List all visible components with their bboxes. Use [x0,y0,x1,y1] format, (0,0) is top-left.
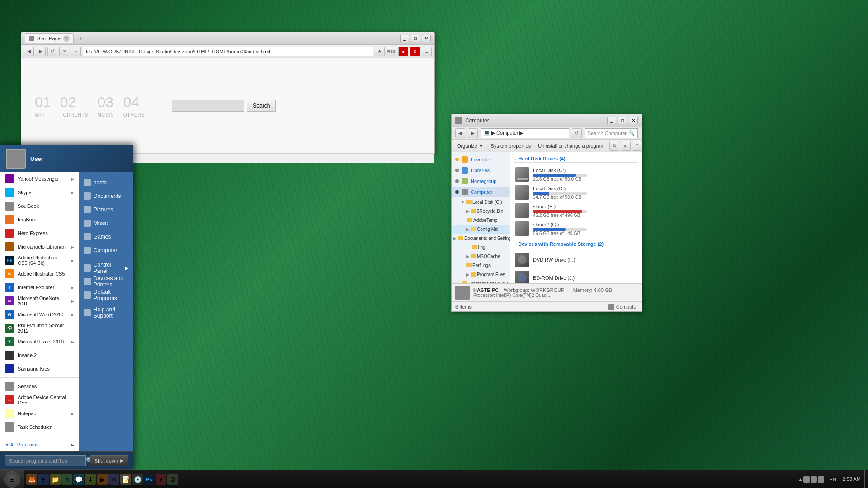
sidebar-homegroup[interactable]: Homegroup [452,176,510,187]
start-item-services[interactable]: Services [0,380,79,393]
start-right-default-programs[interactable]: Default Programs [79,288,133,302]
start-item-photoshop[interactable]: Ps Adobe Photoshop CS5 (64 Bit) ▶ [0,253,79,267]
start-item-all-programs[interactable]: ✦ All Programs ▶ [0,438,79,451]
show-desktop-button[interactable] [864,470,868,488]
bookmark-button[interactable]: ★ [375,47,385,56]
comp-maximize-button[interactable]: □ [618,117,627,124]
sf-button[interactable]: S [410,47,420,56]
start-right-control-panel[interactable]: Control Panel ▶ [79,261,133,275]
start-item-excel[interactable]: X Microsoft Excel 2010 ▶ [0,335,79,348]
comp-forward-button[interactable]: ▶ [468,128,478,138]
taskbar-disk-icon[interactable]: 💿 [132,474,143,485]
reload-button[interactable]: ↺ [47,47,57,56]
tray-expand-button[interactable]: ▲ [798,477,802,482]
start-item-word[interactable]: W Microsoft Word 2010 ▶ [0,308,79,321]
taskbar-ps-icon[interactable]: Ps [144,474,155,485]
minimize-button[interactable]: _ [400,35,409,42]
tree-perflogs[interactable]: PerfLogs [452,261,510,270]
start-item-pes[interactable]: ⚽ Pro Evolution Soccer 2012 [0,321,79,335]
tree-config-msi[interactable]: ▶ Config.Msi [452,225,510,234]
start-item-notepad[interactable]: Notepad ▶ [0,407,79,420]
start-item-adobe-device[interactable]: A Adobe Device Central CS5 [0,393,79,407]
start-item-illustrator[interactable]: Ai Adobe Illustrator CS5 [0,267,79,281]
start-right-computer[interactable]: Computer [79,244,133,257]
nav-item-others[interactable]: 04 OTHERS [123,94,145,117]
drive-item-g[interactable]: shituri2 (G:) 59.5 GB free of 149 GB [514,220,638,238]
nav-item-music[interactable]: 03 MUSIC [97,94,114,117]
taskbar-notepad-icon[interactable]: 📝 [120,474,131,485]
start-item-samsung[interactable]: Samsung Kies [0,362,79,375]
browser-search-input[interactable] [172,100,244,112]
taskbar-msn-icon[interactable]: ✉ [108,474,119,485]
start-item-ie[interactable]: e Internet Explorer ▶ [0,281,79,294]
drive-item-d[interactable]: Local Disk (D:) 34.7 GB free of 50.0 GB [514,183,638,202]
drive-item-c[interactable]: Local Disk (C:) 10.6 GB free of 50.0 GB [514,165,638,183]
tree-program-files[interactable]: ▶ Program Files [452,270,510,279]
taskbar-explorer-icon[interactable]: 📁 [50,474,61,485]
forward-button[interactable]: ▶ [36,47,46,56]
comp-refresh-button[interactable]: ↺ [572,128,582,138]
tree-adobe-temp[interactable]: AdobeTemp [452,216,510,225]
tree-msocache[interactable]: ▶ MSOCache [452,252,510,261]
tree-local-disk-c[interactable]: ▼ Local Disk (C:) [452,197,510,206]
start-item-nero[interactable]: Nero Express [0,226,79,240]
start-right-music[interactable]: Music [79,216,133,230]
start-item-insane[interactable]: Insane 2 [0,348,79,362]
drive-item-dvd[interactable]: DVD RW Drive (F:) [514,251,638,269]
start-item-microangelo[interactable]: Microangelo Librarian ▶ [0,240,79,253]
start-right-games[interactable]: Games [79,230,133,244]
maximize-button[interactable]: □ [411,35,420,42]
taskbar-extra-icon[interactable]: 🖥 [167,474,178,485]
sidebar-libraries[interactable]: Libraries [452,165,510,176]
taskbar-skype-icon[interactable]: 💬 [73,474,84,485]
tab-close-button[interactable]: ✕ [63,35,70,42]
taskbar-firefox-icon[interactable]: 🦊 [26,474,37,485]
system-properties-button[interactable]: System properties [488,142,534,150]
tree-recycle-bin[interactable]: ▶ $Recycle.Bin [452,206,510,216]
comp-back-button[interactable]: ◀ [455,128,465,138]
tray-volume-icon[interactable] [811,476,817,483]
start-item-task-scheduler[interactable]: Task Scheduler [0,420,79,434]
uninstall-button[interactable]: Uninstall or change a program [535,142,607,150]
back-button[interactable]: ◀ [24,47,34,56]
start-search-box[interactable]: Search programs and files [5,455,86,466]
organize-button[interactable]: Organize ▼ [454,142,486,150]
start-right-haste[interactable]: haste [79,176,133,189]
addon-button[interactable]: ● [398,47,408,56]
browser-search-button[interactable]: Search [247,100,276,112]
drive-item-bdrom[interactable]: BD-ROM Drive (J:) [514,269,638,283]
close-button[interactable]: ✕ [422,35,431,42]
start-right-pictures[interactable]: Pictures [79,203,133,216]
stop-button[interactable]: ✕ [59,47,69,56]
search-icon-btn[interactable]: 🔍 [86,456,90,465]
tree-log[interactable]: Log [452,243,510,252]
rss-button[interactable]: RSS [387,47,396,56]
start-right-documents[interactable]: Documents [79,189,133,203]
breadcrumb-bar[interactable]: 💻 ▶ Computer ▶ [481,128,569,138]
help-button[interactable]: ? [632,141,642,151]
taskbar-utorrent-icon[interactable]: ⬇ [85,474,96,485]
computer-search-box[interactable]: Search Computer 🔍 [585,128,638,138]
new-tab-button[interactable]: + [76,34,85,43]
comp-minimize-button[interactable]: _ [607,117,616,124]
comp-close-button[interactable]: ✕ [629,117,638,124]
address-bar[interactable]: file:///E:/WORK/_INK9 - Design Studio/De… [83,47,373,56]
start-right-devices[interactable]: Devices and Printers [79,275,133,288]
nav-item-torrents[interactable]: 02 TORRENTS [60,94,89,117]
start-item-yahoo[interactable]: Yahoo! Messenger ▶ [0,172,79,186]
sidebar-computer[interactable]: Computer [452,187,510,197]
tray-action-icon[interactable] [818,476,824,483]
start-item-onenote[interactable]: N Microsoft OneNote 2010 ▶ [0,294,79,308]
home-button[interactable]: ⌂ [71,47,81,56]
tree-program-files-x86[interactable]: ▶ Program Files (x86) [452,279,510,283]
taskbar-ie-icon[interactable]: e [38,474,49,485]
view-toggle-button[interactable]: ⊞ [621,141,631,151]
start-item-imgburn[interactable]: ImgBurn [0,213,79,226]
open-new-window-button[interactable]: ⧉ [609,141,619,151]
nav-item-art[interactable]: 01 ART [35,94,51,117]
tree-docs-settings[interactable]: ▶ Documents and Setting [452,234,510,243]
start-button[interactable]: ⊞ [0,470,24,488]
language-indicator[interactable]: EN [826,477,839,482]
taskbar-winamp-icon[interactable]: ♫ [61,474,72,485]
browser-tab[interactable]: Start Page ✕ [25,33,74,43]
